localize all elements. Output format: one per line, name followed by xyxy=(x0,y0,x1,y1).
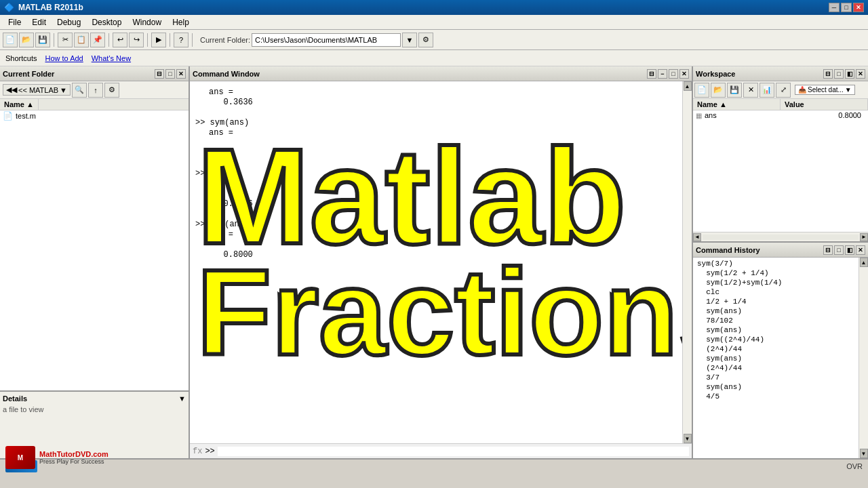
ws-close[interactable]: ✕ xyxy=(856,69,865,79)
cmd-input-prompt: >> xyxy=(205,447,214,456)
how-to-add-link[interactable]: How to Add xyxy=(45,54,83,62)
ws-row-ans[interactable]: ▦ ans 0.8000 xyxy=(693,110,868,120)
main-toolbar: 📄 📂 💾 ✂ 📋 📌 ↩ ↪ ▶ ? Current Folder: ▼ ⚙ xyxy=(0,30,868,50)
hist-vscrollbar[interactable]: ▲ ▼ xyxy=(859,258,868,458)
details-header: Details ▼ xyxy=(3,394,186,403)
cmd-undock[interactable]: ⊟ xyxy=(647,69,656,79)
folder-search-button[interactable]: 🔍 xyxy=(72,83,87,98)
ws-delete-button[interactable]: ✕ xyxy=(743,83,758,98)
hist-close[interactable]: ✕ xyxy=(856,245,865,255)
select-data-button[interactable]: 📥 Select dat... ▼ xyxy=(795,85,855,95)
logo-text-block: MathTutorDVD.com Press Play For Success xyxy=(39,450,108,465)
cmd-fx-label: fx xyxy=(193,447,202,456)
history-item[interactable]: (2^4)/44 xyxy=(694,344,857,354)
history-item[interactable]: sym(3/7) xyxy=(694,259,857,268)
ws-open-button[interactable]: 📂 xyxy=(711,83,726,98)
scroll-up-button[interactable]: ▲ xyxy=(684,81,692,91)
menu-file[interactable]: File xyxy=(3,16,26,28)
cmd-maximize[interactable]: □ xyxy=(669,69,678,79)
menu-edit[interactable]: Edit xyxy=(26,16,52,28)
cmd-scrollbar[interactable]: ▲ ▼ xyxy=(682,81,692,443)
file-item-testm[interactable]: 📄 test.m xyxy=(0,110,189,121)
open-button[interactable]: 📂 xyxy=(19,33,34,47)
file-name-column: Name ▲ xyxy=(0,99,39,110)
history-item[interactable]: sym((2^4)/44) xyxy=(694,335,857,344)
ws-save-button[interactable]: 💾 xyxy=(727,83,742,98)
current-folder-label: Current Folder: xyxy=(200,36,250,44)
ws-settings[interactable]: ◧ xyxy=(845,69,854,79)
redo-button[interactable]: ↪ xyxy=(129,33,144,47)
ws-scroll-right[interactable]: ► xyxy=(860,233,868,241)
history-item[interactable]: (2^4)/44 xyxy=(694,363,857,373)
folder-up-button[interactable]: ↑ xyxy=(88,83,103,98)
toolbar-separator xyxy=(54,33,54,47)
logo-title: MathTutorDVD.com xyxy=(39,450,108,458)
undo-button[interactable]: ↩ xyxy=(113,33,127,47)
menu-desktop[interactable]: Desktop xyxy=(86,16,127,28)
file-icon: 📄 xyxy=(3,111,13,121)
history-item[interactable]: sym(1/2 + 1/4) xyxy=(694,268,857,278)
ws-undock[interactable]: ⊟ xyxy=(823,69,833,79)
right-panel: Workspace ⊟ □ ◧ ✕ 📄 📂 💾 ✕ 📊 ⤢ 📥 xyxy=(692,66,868,458)
history-item[interactable]: clc xyxy=(694,287,857,297)
ws-hscrollbar[interactable]: ◄ ► xyxy=(693,232,868,241)
minimize-button[interactable]: ─ xyxy=(829,3,840,12)
cmd-line: ans = xyxy=(209,128,677,138)
current-folder-panel-header: Current Folder ⊟ □ ✕ xyxy=(0,66,189,81)
paste-button[interactable]: 📌 xyxy=(90,33,105,47)
left-panel-close[interactable]: ✕ xyxy=(176,69,186,79)
history-item[interactable]: sym(1/2)+sym(1/4) xyxy=(694,278,857,287)
overlay-fractions: Fractions xyxy=(190,258,682,367)
current-folder-input[interactable] xyxy=(252,33,401,47)
run-button[interactable]: ▶ xyxy=(151,33,166,47)
cmd-input-field[interactable] xyxy=(218,447,689,456)
cmd-content[interactable]: ans = 0.3636 >> sym(ans) ans = 4/11 >> 3… xyxy=(190,81,682,443)
history-item[interactable]: 3/7 xyxy=(694,373,857,382)
menu-window[interactable]: Window xyxy=(127,16,167,28)
whats-new-link[interactable]: What's New xyxy=(92,54,131,62)
back-nav-button[interactable]: ◀◀ << MATLAB ▼ xyxy=(3,84,71,96)
history-item[interactable]: 78/102 xyxy=(694,316,857,325)
main-layout: Current Folder ⊟ □ ✕ ◀◀ << MATLAB ▼ 🔍 ↑ … xyxy=(0,66,868,458)
ws-maximize[interactable]: □ xyxy=(834,69,844,79)
ws-scroll-left[interactable]: ◄ xyxy=(693,233,701,241)
hist-scroll-up[interactable]: ▲ xyxy=(860,258,868,267)
hist-undock[interactable]: ⊟ xyxy=(823,245,833,255)
close-button[interactable]: ✕ xyxy=(853,3,864,12)
history-item[interactable]: sym(ans) xyxy=(694,306,857,316)
new-file-button[interactable]: 📄 xyxy=(3,33,18,47)
history-item[interactable]: 1/2 + 1/4 xyxy=(694,297,857,306)
cmd-close[interactable]: ✕ xyxy=(679,69,689,79)
save-button[interactable]: 💾 xyxy=(35,33,50,47)
title-bar: 🔷 MATLAB R2011b ─ □ ✕ xyxy=(0,0,868,15)
ws-plot-button[interactable]: 📊 xyxy=(760,83,774,98)
hist-scroll-down[interactable]: ▼ xyxy=(860,449,868,458)
cut-button[interactable]: ✂ xyxy=(58,33,73,47)
folder-settings-button[interactable]: ⚙ xyxy=(418,33,433,47)
ws-new-var-button[interactable]: 📄 xyxy=(694,83,709,98)
folder-settings2-button[interactable]: ⚙ xyxy=(104,83,119,98)
help-button[interactable]: ? xyxy=(174,33,189,47)
maximize-button[interactable]: □ xyxy=(841,3,852,12)
menu-help[interactable]: Help xyxy=(167,16,195,28)
select-dropdown-icon: ▼ xyxy=(845,86,852,94)
scroll-down-button[interactable]: ▼ xyxy=(684,434,692,443)
cmd-history-panel: Command History ⊟ □ ◧ ✕ sym(3/7) sym(1/2… xyxy=(693,241,868,458)
menu-debug[interactable]: Debug xyxy=(52,16,86,28)
browse-button[interactable]: ▼ xyxy=(402,33,417,47)
cmd-minimize[interactable]: − xyxy=(658,69,667,79)
shortcuts-bar: Shortcuts How to Add What's New xyxy=(0,50,868,66)
history-item[interactable]: sym(ans) xyxy=(694,325,857,335)
file-name: test.m xyxy=(16,112,36,120)
copy-button[interactable]: 📋 xyxy=(74,33,89,47)
history-item[interactable]: sym(ans) xyxy=(694,354,857,363)
hist-settings[interactable]: ◧ xyxy=(845,245,854,255)
left-panel-undock[interactable]: ⊟ xyxy=(155,69,164,79)
hist-maximize[interactable]: □ xyxy=(834,245,844,255)
history-item[interactable]: 4/5 xyxy=(694,392,857,401)
status-bar: Start OVR xyxy=(0,458,868,473)
folder-toolbar: ◀◀ << MATLAB ▼ 🔍 ↑ ⚙ xyxy=(0,81,189,99)
history-item[interactable]: sym(ans) xyxy=(694,382,857,392)
left-panel-maximize[interactable]: □ xyxy=(165,69,175,79)
ws-resize-button[interactable]: ⤢ xyxy=(776,83,791,98)
